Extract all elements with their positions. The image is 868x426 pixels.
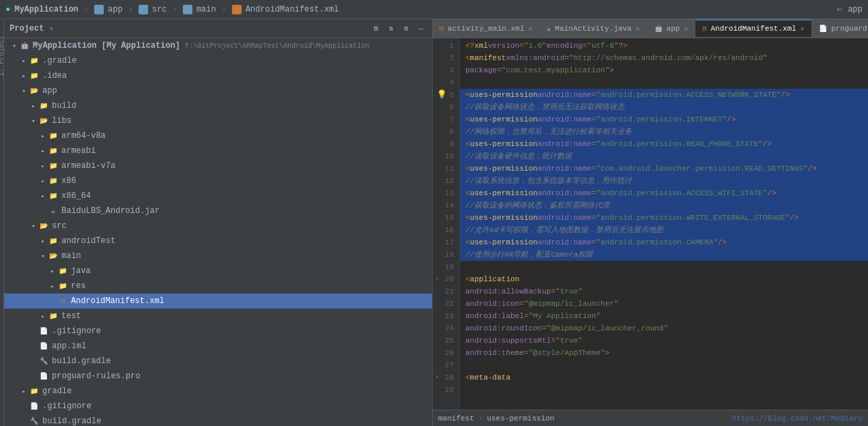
tab-androidmanifest-icon: ⊟	[702, 25, 706, 33]
tab-mainactivity-close[interactable]: ✕	[636, 25, 640, 33]
tree-item-libs[interactable]: 📂 libs	[4, 113, 432, 128]
code-line-19	[460, 261, 868, 273]
tree-item-java[interactable]: 📁 java	[4, 264, 432, 279]
editor-content: 1 2 3 4 💡5 6 7 8 9 10 11 12 13 14 15 16 …	[433, 38, 868, 410]
java-label: java	[71, 266, 91, 276]
tab-activity-main-label: activity_main.xml	[448, 25, 524, 33]
tree-item-androidmanifest[interactable]: ⊟ AndroidManifest.xml	[4, 294, 432, 309]
code-line-7: <uses-permission android:name="android.p…	[460, 113, 868, 126]
build-folder-icon: 📁	[38, 100, 49, 111]
tab-activity-main-icon: ⊟	[439, 25, 444, 33]
test-label: test	[61, 311, 81, 321]
title-app: app	[108, 5, 123, 14]
pin-icon[interactable]: ⊞	[371, 23, 381, 34]
panel-dropdown-arrow[interactable]: ▾	[49, 25, 53, 33]
tree-item-proguard[interactable]: 📄 proguard-rules.pro	[4, 369, 432, 384]
tree-item-gitignore-app[interactable]: 📄 .gitignore	[4, 324, 432, 339]
armeabi-folder-icon: 📁	[48, 145, 59, 156]
minimize-icon[interactable]: —	[416, 23, 426, 34]
code-line-5: <uses-permission android:name="android.p…	[460, 89, 868, 101]
tab-app-close[interactable]: ✕	[684, 25, 688, 33]
idea-folder-icon: 📁	[29, 70, 40, 81]
code-line-12: //读取系统信息，包含系统版本等信息，用作统计	[460, 175, 868, 187]
src-folder-icon: 📂	[38, 221, 49, 231]
proguard-label: proguard-rules.pro	[52, 371, 141, 381]
build-gradle-root-label: build.gradle	[42, 416, 101, 426]
code-line-18: //使用步行AR导航，配置Camera权限	[460, 248, 868, 261]
tab-proguard-label: proguard-rule...	[831, 25, 868, 33]
tree-item-gitignore-root[interactable]: 📄 .gitignore	[4, 399, 432, 414]
tab-mainactivity[interactable]: ☕ MainActivity.java ✕	[540, 19, 647, 37]
armeabi-v7a-arrow	[38, 161, 48, 171]
tree-item-app-iml[interactable]: 📄 app.iml	[4, 339, 432, 354]
code-line-10: //读取设备硬件信息，统计数据	[460, 150, 868, 162]
tree-item-test[interactable]: 📁 test	[4, 309, 432, 324]
code-line-13: <uses-permission android:name="android.p…	[460, 187, 868, 199]
tree-item-app[interactable]: 📂 app	[4, 83, 432, 98]
tree-item-idea[interactable]: 📁 .idea	[4, 68, 432, 83]
code-area[interactable]: <?xml version="1.0" encoding="utf-8"?> <…	[460, 38, 868, 410]
code-line-8: //网络权限，当禁用后，无法进行检索等相关业务	[460, 126, 868, 138]
armeabi-v7a-folder-icon: 📁	[48, 160, 59, 171]
tree-item-baidulbs[interactable]: ☕ BaiduLBS_Android.jar	[4, 203, 432, 218]
tab-bar: ⊟ activity_main.xml ✕ ☕ MainActivity.jav…	[433, 19, 868, 38]
tree-item-armeabi-v7a[interactable]: 📁 armeabi-v7a	[4, 158, 432, 173]
editor-area: ⊟ activity_main.xml ✕ ☕ MainActivity.jav…	[433, 19, 868, 426]
title-bar-breadcrumb: ● MyApplication › app › src › main › And…	[5, 5, 339, 14]
src-arrow	[29, 221, 38, 231]
project-icon: ●	[5, 5, 10, 14]
tab-androidmanifest-close[interactable]: ✕	[800, 25, 805, 33]
androidtest-folder-icon: 📁	[48, 236, 59, 246]
tree-item-gradle-root[interactable]: 📁 gradle	[4, 384, 432, 399]
tab-proguard[interactable]: 📄 proguard-rule... ✕	[812, 19, 868, 37]
main-container: 1: Project Project ▾ ⊞ ⇅ ⚙ — 🤖 MyApplica…	[0, 19, 868, 426]
code-line-15: <uses-permission android:name="android.p…	[460, 212, 868, 224]
tree-item-main[interactable]: 📂 main	[4, 248, 432, 264]
libs-folder-icon: 📂	[38, 115, 49, 126]
root-label: MyApplication [My Application] F:\GitPro…	[33, 41, 369, 51]
gradle-root-arrow	[19, 386, 29, 396]
libs-arrow	[29, 116, 38, 126]
tree-item-src[interactable]: 📂 src	[4, 218, 432, 233]
code-line-25: android:supportsRtl="true"	[460, 335, 868, 347]
tree-item-build[interactable]: 📁 build	[4, 98, 432, 113]
tree-item-armeabi[interactable]: 📁 armeabi	[4, 143, 432, 158]
side-label[interactable]: 1: Project	[0, 36, 5, 76]
gitignore-root-label: .gitignore	[42, 401, 91, 411]
tab-app[interactable]: 🤖 app ✕	[648, 19, 696, 37]
code-line-11: <uses-permission android:name="com.andro…	[460, 162, 868, 175]
tree-item-build-gradle-app[interactable]: 🔧 build.gradle	[4, 354, 432, 369]
app-folder-icon: 📂	[29, 85, 40, 96]
tab-activity-main-close[interactable]: ✕	[528, 25, 532, 33]
java-arrow	[48, 266, 57, 276]
armeabi-arrow	[38, 146, 48, 156]
file-tree[interactable]: 🤖 MyApplication [My Application] F:\GitP…	[4, 38, 432, 426]
tree-root[interactable]: 🤖 MyApplication [My Application] F:\GitP…	[4, 38, 432, 53]
settings-gear-icon[interactable]: ⚙	[401, 23, 411, 34]
tab-app-label: app	[667, 25, 680, 33]
tab-app-icon: 🤖	[654, 25, 663, 33]
title-src: src	[152, 5, 167, 14]
tree-item-gradle[interactable]: 📁 .gradle	[4, 53, 432, 68]
status-url[interactable]: https://blog.csdn.net/Mediary	[732, 414, 863, 423]
title-right-app: app	[848, 5, 863, 14]
tree-item-res[interactable]: 📁 res	[4, 279, 432, 294]
tree-item-x86-64[interactable]: 📁 x86_64	[4, 188, 432, 203]
res-label: res	[71, 281, 86, 291]
tree-item-arm64[interactable]: 📁 arm64-v8a	[4, 128, 432, 143]
nav-forward-icon[interactable]: ⇐	[837, 3, 842, 15]
tree-item-x86[interactable]: 📁 x86	[4, 173, 432, 188]
tree-item-androidtest[interactable]: 📁 androidTest	[4, 233, 432, 248]
panel-header: Project ▾ ⊞ ⇅ ⚙ —	[4, 19, 432, 38]
tab-activity-main[interactable]: ⊟ activity_main.xml ✕	[433, 19, 540, 37]
breadcrumb-icon-folder	[94, 5, 104, 14]
androidtest-arrow	[38, 236, 48, 246]
tab-androidmanifest[interactable]: ⊟ AndroidManifest.xml ✕	[695, 19, 811, 37]
sort-icon[interactable]: ⇅	[386, 23, 396, 34]
x86-label: x86	[61, 176, 76, 186]
status-uses-permission: uses-permission	[487, 414, 554, 423]
tree-item-build-gradle-root[interactable]: 🔧 build.gradle	[4, 414, 432, 426]
arm64-arrow	[38, 131, 48, 141]
x86-folder-icon: 📁	[48, 175, 59, 186]
gitignore-root-icon: 📄	[29, 401, 40, 412]
